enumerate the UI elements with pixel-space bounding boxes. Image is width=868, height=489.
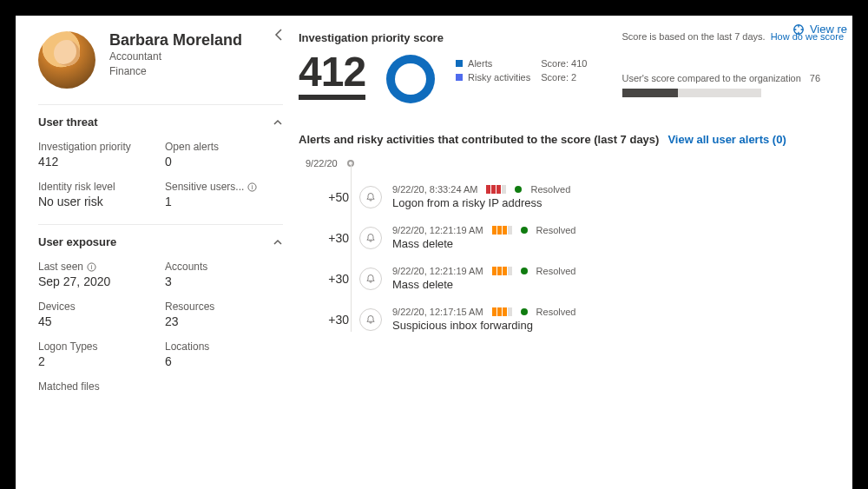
severity-indicator bbox=[486, 185, 506, 194]
metric-resources: Resources 23 bbox=[165, 301, 283, 328]
metric-sensitive-users: Sensitive users... i 1 bbox=[165, 181, 283, 208]
view-related-link[interactable]: View re bbox=[810, 23, 847, 36]
section-user-threat: User threat Investigation priority 412 O… bbox=[38, 104, 283, 208]
metric-investigation-priority: Investigation priority 412 bbox=[38, 141, 156, 169]
bell-icon bbox=[365, 314, 376, 325]
metric-accounts: Accounts 3 bbox=[165, 261, 283, 288]
profile-role: Accountant bbox=[109, 50, 242, 64]
action-bar: View re bbox=[792, 23, 847, 36]
score-legend-values: Score: 410 Score: 2 bbox=[541, 58, 587, 83]
avatar bbox=[38, 31, 95, 89]
timeline-node bbox=[359, 268, 382, 290]
action-glyph-icon bbox=[792, 23, 805, 36]
chevron-up-icon bbox=[273, 117, 283, 128]
svg-text:i: i bbox=[91, 263, 93, 271]
severity-indicator bbox=[492, 267, 512, 275]
timeline-item[interactable]: +50 9/22/20, 8:33:24 AM Resolved Logon f… bbox=[319, 184, 844, 209]
score-title: Investigation priority score bbox=[299, 31, 587, 44]
timeline-node bbox=[359, 227, 382, 249]
chevron-left-icon[interactable] bbox=[273, 28, 286, 42]
timeline-delta: +30 bbox=[319, 313, 349, 327]
timeline-item[interactable]: +30 9/22/20, 12:21:19 AM Resolved Mass d… bbox=[319, 225, 844, 250]
bell-icon bbox=[365, 274, 376, 284]
alerts-heading: Alerts and risky activities that contrib… bbox=[299, 133, 844, 146]
timeline-status: Resolved bbox=[536, 307, 576, 317]
bell-icon bbox=[365, 192, 376, 202]
timeline-date: 9/22/20 bbox=[306, 158, 338, 169]
timeline-title: Suspicious inbox forwarding bbox=[392, 319, 575, 332]
screen: View re Barbara Moreland Accountant Fina… bbox=[16, 16, 852, 489]
profile-department: Finance bbox=[109, 64, 242, 79]
status-dot-icon bbox=[521, 268, 528, 274]
timeline-title: Logon from a risky IP address bbox=[392, 196, 570, 209]
timeline-time: 9/22/20, 12:17:15 AM bbox=[392, 307, 483, 317]
svg-text:i: i bbox=[252, 183, 253, 191]
section-title: User exposure bbox=[38, 235, 116, 248]
device-bezel: View re Barbara Moreland Accountant Fina… bbox=[0, 0, 868, 489]
timeline-item[interactable]: +30 9/22/20, 12:17:15 AM Resolved Suspic… bbox=[319, 307, 844, 332]
section-header-user-threat[interactable]: User threat bbox=[38, 116, 283, 129]
metric-identity-risk: Identity risk level No user risk bbox=[38, 181, 156, 208]
section-title: User threat bbox=[38, 116, 98, 129]
timeline-status: Resolved bbox=[530, 184, 570, 195]
metric-devices: Devices 45 bbox=[38, 301, 156, 328]
status-dot-icon bbox=[521, 308, 528, 315]
status-dot-icon bbox=[515, 186, 522, 193]
timeline-delta: +30 bbox=[319, 231, 349, 245]
metric-last-seen: Last seen i Sep 27, 2020 bbox=[38, 261, 156, 288]
section-user-exposure: User exposure Last seen i Sep 27, 2020 A… bbox=[38, 224, 283, 393]
profile-name: Barbara Moreland bbox=[109, 31, 242, 50]
main-panel: Investigation priority score 412 Alerts … bbox=[299, 31, 852, 489]
severity-indicator bbox=[492, 226, 512, 235]
view-all-alerts-link[interactable]: View all user alerts (0) bbox=[667, 133, 786, 146]
metric-locations: Locations 6 bbox=[165, 340, 283, 368]
profile-header: Barbara Moreland Accountant Finance bbox=[38, 31, 283, 89]
timeline-status: Resolved bbox=[536, 266, 576, 276]
metric-matched-files: Matched files bbox=[38, 380, 156, 393]
score-donut-chart bbox=[386, 55, 435, 103]
score-value: 412 bbox=[299, 51, 365, 100]
compare-value: 76 bbox=[810, 73, 820, 83]
timeline-delta: +30 bbox=[319, 272, 349, 286]
timeline-time: 9/22/20, 12:21:19 AM bbox=[392, 266, 483, 276]
timeline-title: Mass delete bbox=[392, 237, 575, 250]
timeline-time: 9/22/20, 8:33:24 AM bbox=[392, 184, 477, 195]
bell-icon bbox=[365, 233, 376, 243]
legend-swatch-alerts bbox=[456, 60, 463, 67]
timeline-time: 9/22/20, 12:21:19 AM bbox=[392, 225, 483, 235]
legend-swatch-activities bbox=[456, 74, 463, 81]
timeline-item[interactable]: +30 9/22/20, 12:21:19 AM Resolved Mass d… bbox=[319, 266, 844, 291]
severity-indicator bbox=[492, 307, 512, 316]
metric-open-alerts: Open alerts 0 bbox=[165, 141, 283, 169]
score-legend: Alerts Risky activities bbox=[456, 58, 530, 83]
timeline: 9/22/20 +50 9/22/20, 8:33:24 AM Resolved… bbox=[299, 162, 844, 332]
chevron-up-icon bbox=[273, 237, 283, 248]
left-panel: Barbara Moreland Accountant Finance User… bbox=[38, 31, 299, 489]
timeline-axis bbox=[351, 162, 352, 332]
info-icon[interactable]: i bbox=[87, 262, 96, 272]
timeline-title: Mass delete bbox=[392, 278, 575, 291]
info-icon[interactable]: i bbox=[247, 182, 257, 192]
timeline-status: Resolved bbox=[536, 225, 576, 235]
compare-bar bbox=[622, 89, 761, 97]
timeline-delta: +50 bbox=[319, 190, 349, 204]
metric-logon-types: Logon Types 2 bbox=[38, 340, 156, 368]
score-compare: User's score compared to the organizatio… bbox=[622, 73, 844, 97]
timeline-node bbox=[359, 308, 382, 331]
timeline-node bbox=[359, 186, 382, 208]
status-dot-icon bbox=[521, 227, 528, 234]
section-header-user-exposure[interactable]: User exposure bbox=[38, 235, 283, 248]
